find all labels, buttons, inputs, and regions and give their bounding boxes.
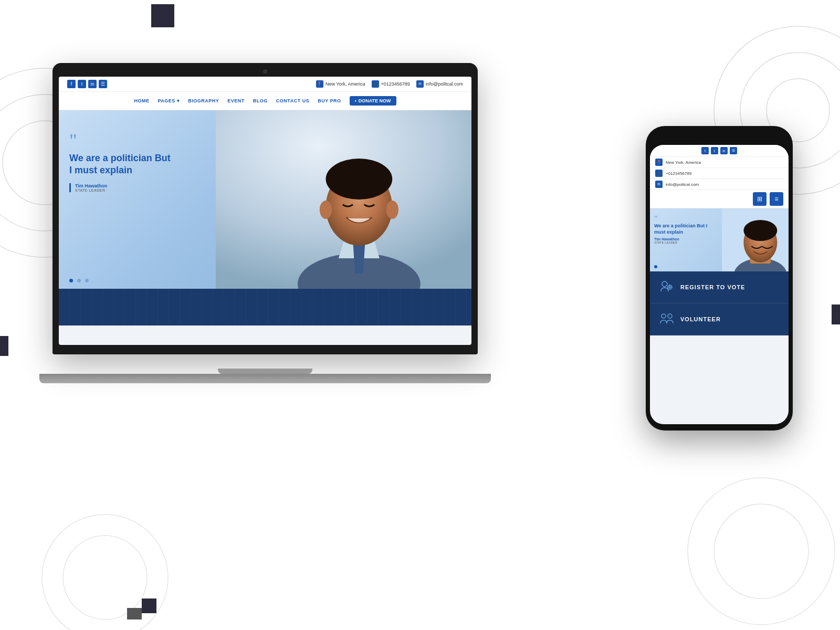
volunteer-icon <box>658 311 675 328</box>
phone-tw-icon[interactable]: t <box>711 147 718 154</box>
hero-author: Tim Hawathon STATE LEADER <box>69 183 174 192</box>
nav-contact[interactable]: CONTACT US <box>276 98 309 103</box>
phone-hero-author-name: Tim Hawathon <box>654 237 712 241</box>
phone-hamburger-btn[interactable]: ≡ <box>770 192 783 206</box>
phone-icon: 📞 <box>372 80 379 88</box>
slide-dots <box>69 279 89 282</box>
phone-mockup: f t in ☰ 📍 New York, America 📞 +01234567… <box>646 126 793 430</box>
phone-li-icon[interactable]: in <box>720 147 728 154</box>
svg-point-7 <box>63 536 147 620</box>
nav-biography[interactable]: BIOGRAPHY <box>188 98 219 103</box>
laptop-screen: f t in ☰ 📍 New York, America 📞 <box>59 77 471 345</box>
contact-info-group: 📍 New York, America 📞 +0123456789 ✉ info… <box>316 80 463 88</box>
phone-email-text: info@politcal.com <box>666 182 699 187</box>
phone-website: f t in ☰ 📍 New York, America 📞 +01234567… <box>650 145 789 424</box>
phone-text: +0123456789 <box>381 81 410 87</box>
nav-pages[interactable]: PAGES ▾ <box>158 98 180 103</box>
laptop-website: f t in ☰ 📍 New York, America 📞 <box>59 77 471 326</box>
volunteer-button[interactable]: VOLUNTEER <box>650 303 789 335</box>
phone-screen: f t in ☰ 📍 New York, America 📞 +01234567… <box>650 145 789 424</box>
laptop-hinge <box>218 369 312 374</box>
phone-email-row: ✉ info@politcal.com <box>650 179 789 190</box>
site-topbar: f t in ☰ 📍 New York, America 📞 <box>59 77 471 92</box>
location-icon: 📍 <box>316 80 323 88</box>
phone-location-icon: 📍 <box>655 159 663 166</box>
laptop-body: f t in ☰ 📍 New York, America 📞 <box>52 63 478 354</box>
deco-square-5 <box>832 304 840 324</box>
deco-square-3 <box>0 336 8 356</box>
site-nav: HOME PAGES ▾ BIOGRAPHY EVENT BLOG CONTAC… <box>59 92 471 110</box>
phone-hero-author-role: STATE LEADER <box>654 241 712 244</box>
phone-grid-btn[interactable]: ⊞ <box>753 192 766 206</box>
register-icon <box>658 279 675 296</box>
nav-blog[interactable]: BLOG <box>253 98 268 103</box>
volunteer-label: VOLUNTEER <box>680 316 721 322</box>
hero-image <box>216 110 471 289</box>
donate-button[interactable]: ▪ DONATE NOW <box>350 96 396 106</box>
site-hero: " We are a politician But I must explain… <box>59 110 471 289</box>
svg-point-9 <box>714 504 808 598</box>
phone-hero-quote: " <box>654 215 712 223</box>
hero-author-role: STATE LEADER <box>75 188 174 192</box>
phone-hero-photo <box>722 208 789 271</box>
register-label: REGISTER TO VOTE <box>680 284 745 290</box>
hero-quote-mark: " <box>69 131 174 150</box>
svg-point-17 <box>326 159 392 200</box>
email-text: info@politcal.com <box>426 81 463 87</box>
email-icon: ✉ <box>416 80 424 88</box>
svg-point-25 <box>662 281 667 287</box>
slide-dot-2[interactable] <box>77 279 81 282</box>
laptop-camera <box>263 69 267 74</box>
phone-phone-icon: 📞 <box>655 170 663 177</box>
phone-body: f t in ☰ 📍 New York, America 📞 +01234567… <box>646 126 793 430</box>
laptop-mockup: f t in ☰ 📍 New York, America 📞 <box>52 63 478 383</box>
phone-cta-section: REGISTER TO VOTE VOL <box>650 271 789 335</box>
linkedin-icon[interactable]: in <box>88 80 97 88</box>
deco-square-2 <box>142 598 156 613</box>
location-text: New York, America <box>326 81 365 87</box>
nav-event[interactable]: EVENT <box>227 98 245 103</box>
phone-hero-text: " We are a politician But I must explain… <box>654 215 712 244</box>
email-item: ✉ info@politcal.com <box>416 80 463 88</box>
hero-title: We are a politician But I must explain <box>69 152 174 177</box>
phone-slide-dot[interactable] <box>654 265 657 268</box>
phone-phone-text: +0123456789 <box>666 171 691 176</box>
phone-notch <box>696 132 743 143</box>
hero-text-area: " We are a politician But I must explain… <box>69 131 174 192</box>
nav-home[interactable]: HOME <box>134 98 149 103</box>
svg-point-24 <box>744 220 778 241</box>
deco-square-4 <box>127 608 142 620</box>
hero-author-name: Tim Hawathon <box>75 183 174 188</box>
location-item: 📍 New York, America <box>316 80 365 88</box>
instagram-icon[interactable]: ☰ <box>99 80 107 88</box>
facebook-icon[interactable]: f <box>67 80 76 88</box>
svg-point-19 <box>386 201 398 219</box>
register-to-vote-button[interactable]: REGISTER TO VOTE <box>650 271 789 303</box>
phone-location-row: 📍 New York, America <box>650 157 789 168</box>
social-icons-group: f t in ☰ <box>67 80 107 88</box>
laptop-base <box>39 374 491 383</box>
svg-point-8 <box>688 478 835 625</box>
nav-buy-pro[interactable]: BUY PRO <box>318 98 341 103</box>
phone-email-icon: ✉ <box>655 181 663 188</box>
phone-location-text: New York, America <box>666 160 701 165</box>
phone-menu-bar: ⊞ ≡ <box>650 190 789 208</box>
phone-hero-title: We are a politician But I must explain <box>654 223 712 235</box>
deco-square-1 <box>151 4 174 27</box>
svg-point-18 <box>320 201 332 219</box>
phone-phone-row: 📞 +0123456789 <box>650 168 789 179</box>
phone-topbar: f t in ☰ <box>650 145 789 157</box>
svg-point-29 <box>662 314 666 318</box>
svg-point-30 <box>668 314 672 318</box>
phone-item: 📞 +0123456789 <box>372 80 410 88</box>
site-footer-bar <box>59 289 471 326</box>
slide-dot-1[interactable] <box>69 279 73 282</box>
phone-fb-icon[interactable]: f <box>701 147 709 154</box>
scene: f t in ☰ 📍 New York, America 📞 <box>0 0 840 630</box>
twitter-icon[interactable]: t <box>78 80 86 88</box>
phone-hero: " We are a politician But I must explain… <box>650 208 789 271</box>
phone-ig-icon[interactable]: ☰ <box>730 147 737 154</box>
slide-dot-3[interactable] <box>85 279 89 282</box>
